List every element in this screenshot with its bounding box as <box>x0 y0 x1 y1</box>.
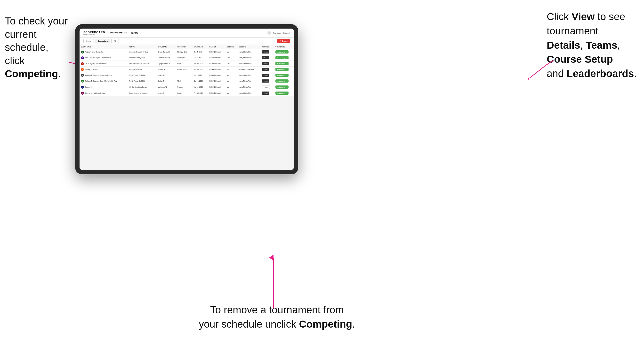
cell-competing: Competing ✓ <box>274 49 294 55</box>
view-button[interactable]: View ℹ <box>262 56 270 59</box>
cell-hosted: Arizona State <box>176 67 192 72</box>
cell-scoring: team, Stroke Play <box>238 72 260 78</box>
cell-division: NCAA Division I <box>208 61 226 67</box>
annotation-top-right: Click View to see tournament Details, Te… <box>547 10 637 81</box>
ann-b-bold: Competing <box>299 318 352 330</box>
cell-venue: Trinity Forest Golf Club <box>128 72 156 78</box>
ann-tr-bold3: Teams <box>586 39 617 51</box>
cell-competing: Competing ✓ <box>274 84 294 90</box>
table-row: H John A. Burns Intercollegiate Ocean Co… <box>80 90 294 96</box>
ann-tr-bold5: Leaderboards <box>567 68 634 79</box>
nav-teams[interactable]: TEAMS <box>131 31 138 35</box>
cell-scoring: team, Match Play <box>238 78 260 84</box>
ann-tr-end: . <box>634 68 637 79</box>
ann-b-end: . <box>352 318 355 330</box>
cell-hosted: Illinois <box>176 61 192 67</box>
cell-actions: View ℹ <box>260 61 274 67</box>
cell-division: NCAA Division I <box>208 67 226 72</box>
create-button[interactable]: + Create <box>278 39 290 43</box>
arrow-to-competing-column <box>269 255 278 309</box>
cell-competing: Competing ✓ <box>274 67 294 72</box>
col-division: DIVISION <box>208 45 226 49</box>
col-city: CITY, STATE <box>156 45 176 49</box>
cell-event-name: J Jackson T. Stephens Cup – Men's Match … <box>80 78 128 84</box>
user-text: Test User <box>273 32 281 34</box>
cell-division: NCAA Division I <box>208 78 226 84</box>
cell-hosted: ABAC <box>176 78 192 84</box>
cell-hosted: Washington <box>176 55 192 61</box>
cell-actions: View ℹ <box>260 49 274 55</box>
col-actions: ACTIONS <box>260 45 274 49</box>
cell-event-name: J Jackson T. Stephens Cup – Stroke Play <box>80 72 128 78</box>
cell-actions: View ℹ <box>260 72 274 78</box>
cell-city: Dallas, TX <box>156 78 176 84</box>
cell-division: NCAA Division I <box>208 90 226 96</box>
sign-out-link[interactable]: Sign out <box>283 32 290 34</box>
cell-event-name: H John A. Burns Intercollegiate <box>80 90 128 96</box>
cell-event-name: P Papago Individual <box>80 67 128 72</box>
cell-gender: Men <box>226 55 238 61</box>
table-row: S Folds of Honor Collegiate American Dun… <box>80 49 294 55</box>
cell-date: Oct 11, 2023 <box>192 78 208 84</box>
tab-all[interactable]: All <box>111 39 119 43</box>
competing-button[interactable]: Competing ✓ <box>276 74 288 77</box>
nav-items: TOURNAMENTS TEAMS <box>110 30 262 35</box>
edit-button[interactable]: ✏ Edit <box>262 85 270 89</box>
competing-button[interactable]: Competing ✓ <box>276 79 288 83</box>
competing-button[interactable]: Competing ✓ <box>276 85 288 89</box>
cell-hosted: Michigan State <box>176 49 192 55</box>
competing-button[interactable]: Competing ✓ <box>276 56 288 59</box>
cell-division: NCAA Division I <box>208 55 226 61</box>
view-button[interactable]: View ℹ <box>262 62 270 65</box>
cell-scoring: team, Stroke Play <box>238 90 260 96</box>
nav-tournaments[interactable]: TOURNAMENTS <box>110 30 127 35</box>
filter-bar: Home Competing All + Create <box>80 37 294 45</box>
competing-button[interactable]: Competing ✓ <box>276 62 288 65</box>
view-button[interactable]: View ℹ <box>262 92 270 95</box>
view-button[interactable]: View ℹ <box>262 68 270 71</box>
cell-date: Sep 4, 2023 <box>192 49 208 55</box>
table-row: A Copper Cup Ak-Chin Southern Dunes Mari… <box>80 84 294 90</box>
cell-venue: American Dunes Golf Club <box>128 49 156 55</box>
cell-city: Dallas, TX <box>156 72 176 78</box>
cell-actions: ✏ Edit <box>260 84 274 90</box>
cell-scoring: team, Stroke Play <box>238 61 260 67</box>
cell-venue: Ak-Chin Southern Dunes <box>128 84 156 90</box>
view-button[interactable]: View ℹ <box>262 74 270 77</box>
cell-hosted: Arizona <box>176 84 192 90</box>
competing-button[interactable]: Competing ✓ <box>276 50 288 53</box>
cell-scoring: team, Stroke Play <box>238 49 260 55</box>
scoreboard-logo: SCOREBOARD Powered by clippi <box>84 31 105 35</box>
competing-button[interactable]: Competing ✓ <box>276 68 288 71</box>
tab-home[interactable]: Home <box>84 39 94 43</box>
col-gender: GENDER <box>226 45 238 49</box>
cell-competing: Competing ✓ <box>274 78 294 84</box>
header-right: Test User Sign out <box>268 31 290 35</box>
cell-date: Sep 9, 2023 <box>192 55 208 61</box>
view-button[interactable]: View ℹ <box>262 79 270 83</box>
arrow-to-view-button <box>528 58 557 82</box>
cell-date: Jan 14, 2024 <box>192 84 208 90</box>
ann-tr-1: Click <box>547 11 572 22</box>
competing-button[interactable]: Competing ✓ <box>276 92 288 95</box>
cell-actions: View ℹ <box>260 55 274 61</box>
cell-gender: Men <box>226 67 238 72</box>
col-scoring: SCORING <box>238 45 260 49</box>
cell-city: Sammamish, WA <box>156 55 176 61</box>
tablet-device: SCOREBOARD Powered by clippi TOURNAMENTS… <box>75 24 298 174</box>
cell-city: Phoenix, AZ <box>156 67 176 72</box>
col-hosted: HOSTED BY <box>176 45 192 49</box>
table-container: EVENT NAME VENUE CITY, STATE HOSTED BY S… <box>80 45 294 169</box>
tab-competing[interactable]: Competing <box>95 39 110 43</box>
cell-scoring: team, Stroke Play <box>238 55 260 61</box>
cell-competing: Competing ✓ <box>274 90 294 96</box>
table-header-row: EVENT NAME VENUE CITY, STATE HOSTED BY S… <box>80 45 294 49</box>
annotation-tl-end: . <box>58 68 61 79</box>
ann-b-2: your schedule unclick <box>199 318 299 330</box>
cell-venue: Papago Golf Club <box>128 67 156 72</box>
annotation-tl-line2: current schedule, <box>5 28 48 53</box>
table-row: W 2023 Sahalee Players Championship Saha… <box>80 55 294 61</box>
view-button[interactable]: View ℹ <box>262 50 270 53</box>
cell-date: Oct 9, 2023 <box>192 72 208 78</box>
cell-scoring: team, Match Play <box>238 84 260 90</box>
